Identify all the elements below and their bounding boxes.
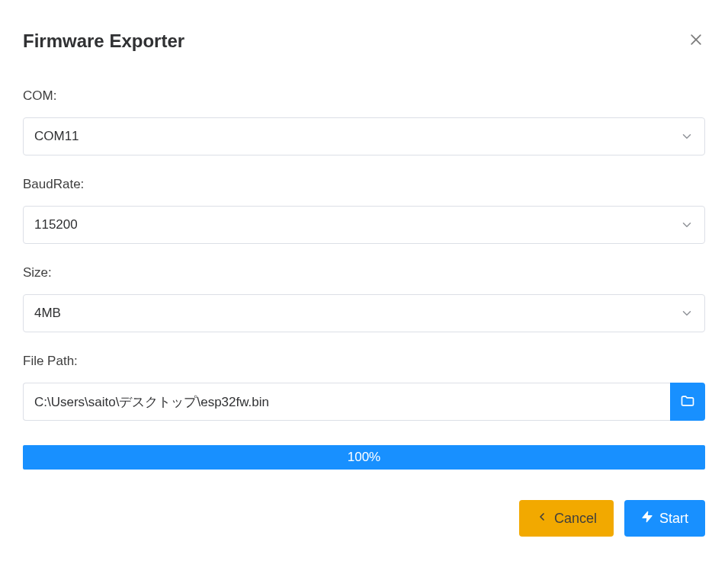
filepath-label: File Path: xyxy=(23,354,705,369)
progress-bar: 100% xyxy=(23,445,705,470)
chevron-down-icon xyxy=(680,306,694,320)
progress-text: 100% xyxy=(348,450,380,465)
filepath-input[interactable]: C:\Users\saito\デスクトップ\esp32fw.bin xyxy=(23,383,670,421)
com-select[interactable]: COM11 xyxy=(23,117,705,155)
folder-icon xyxy=(680,393,695,411)
dialog-header: Firmware Exporter xyxy=(23,30,705,52)
size-select[interactable]: 4MB xyxy=(23,294,705,332)
start-button[interactable]: Start xyxy=(624,500,705,537)
filepath-value: C:\Users\saito\デスクトップ\esp32fw.bin xyxy=(34,393,269,411)
chevron-left-icon xyxy=(536,511,548,527)
svg-marker-2 xyxy=(643,511,652,521)
baudrate-select[interactable]: 115200 xyxy=(23,206,705,244)
close-icon xyxy=(688,32,704,50)
lightning-icon xyxy=(641,511,653,527)
filepath-row: C:\Users\saito\デスクトップ\esp32fw.bin xyxy=(23,383,705,421)
chevron-down-icon xyxy=(680,130,694,143)
cancel-button[interactable]: Cancel xyxy=(519,500,614,537)
baudrate-label: BaudRate: xyxy=(23,177,705,192)
com-value: COM11 xyxy=(34,129,79,144)
cancel-label: Cancel xyxy=(554,511,597,527)
size-group: Size: 4MB xyxy=(23,265,705,332)
progress-container: 100% xyxy=(23,445,705,470)
size-value: 4MB xyxy=(34,306,61,321)
browse-button[interactable] xyxy=(670,383,705,421)
dialog-title: Firmware Exporter xyxy=(23,30,184,52)
button-row: Cancel Start xyxy=(23,500,705,537)
baudrate-group: BaudRate: 115200 xyxy=(23,177,705,244)
filepath-group: File Path: C:\Users\saito\デスクトップ\esp32fw… xyxy=(23,354,705,421)
chevron-down-icon xyxy=(680,218,694,232)
close-button[interactable] xyxy=(687,32,705,50)
size-label: Size: xyxy=(23,265,705,280)
com-label: COM: xyxy=(23,88,705,104)
baudrate-value: 115200 xyxy=(34,217,78,232)
start-label: Start xyxy=(659,511,688,527)
com-group: COM: COM11 xyxy=(23,88,705,155)
